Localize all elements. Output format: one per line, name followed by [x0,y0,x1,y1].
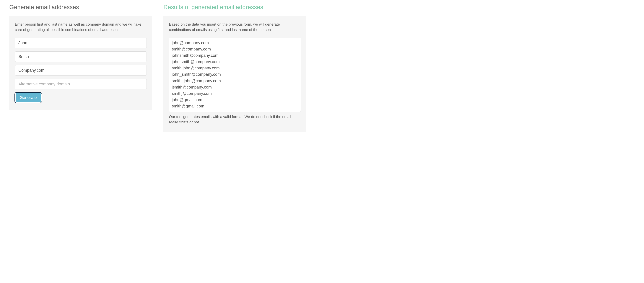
results-description: Based on the data you insert on the prev… [169,22,301,32]
results-footnote: Our tool generates emails with a valid f… [169,114,301,125]
generate-panel: Enter person first and last name as well… [9,16,152,110]
results-panel: Based on the data you insert on the prev… [164,16,306,132]
alt-domain-input[interactable] [15,79,147,89]
generate-button[interactable]: Generate [15,93,42,103]
results-heading: Results of generated email addresses [164,4,306,10]
first-name-input[interactable] [15,38,147,48]
results-panel-column: Results of generated email addresses Bas… [164,4,306,132]
company-domain-input[interactable] [15,65,147,75]
generate-panel-column: Generate email addresses Enter person fi… [9,4,152,132]
generate-description: Enter person first and last name as well… [15,22,147,32]
generate-heading: Generate email addresses [9,4,152,10]
results-textarea[interactable] [169,38,301,112]
last-name-input[interactable] [15,51,147,62]
